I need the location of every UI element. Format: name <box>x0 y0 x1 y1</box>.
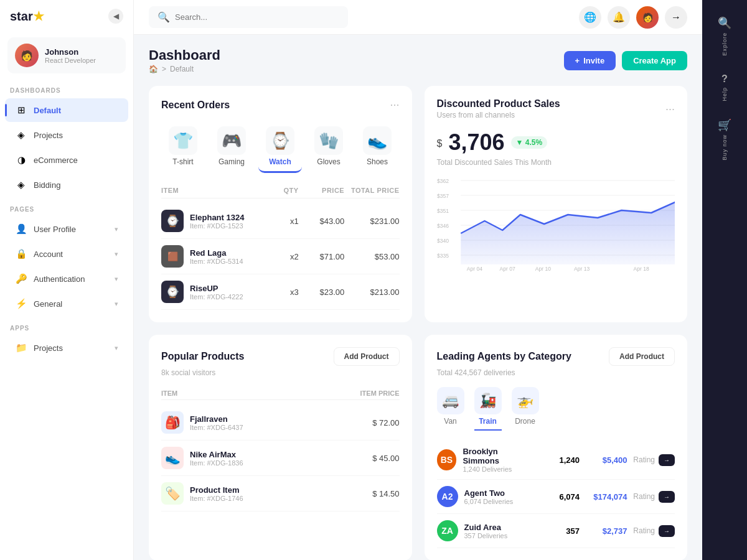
order-image: ⌚ <box>161 210 184 232</box>
user-role: React Developer <box>45 57 96 64</box>
category-tab-watch[interactable]: ⌚ Watch <box>258 121 302 173</box>
watch-icon: ⌚ <box>266 126 294 155</box>
products-title: Popular Products <box>161 351 244 362</box>
order-price: $23.00 <box>299 287 345 297</box>
auth-icon: 🔑 <box>15 273 27 285</box>
panel-item-explore[interactable]: 🔍 Explore <box>702 10 747 62</box>
sidebar-item-account[interactable]: 🔒 Account ▾ <box>5 242 128 266</box>
sales-label: Total Discounted Sales This Month <box>437 158 675 167</box>
category-tabs: 👕 T-shirt 🎮 Gaming ⌚ Watch 🧤 Gloves <box>161 121 400 173</box>
agent-avatar: ZA <box>437 520 458 541</box>
sales-subtitle: Users from all channels <box>437 111 560 119</box>
sidebar-logo: star★ ◀ <box>0 0 133 32</box>
orders-table: ITEM QTY PRICE TOTAL PRICE ⌚ Elephant 13… <box>161 183 400 310</box>
rating-button[interactable]: → <box>659 525 675 537</box>
user-card[interactable]: 🧑 Johnson React Developer <box>7 37 126 73</box>
sidebar-item-bidding[interactable]: ◈ Bidding <box>5 173 128 197</box>
svg-text:$340: $340 <box>437 238 449 244</box>
section-apps: APPS <box>0 316 133 335</box>
cat-label: Shoes <box>367 157 388 166</box>
avatar: 🧑 <box>15 44 39 67</box>
filter-label: Drone <box>515 417 535 426</box>
sidebar-item-projects-app[interactable]: 📁 Projects ▾ <box>5 336 128 360</box>
topbar-right: 🌐 🔔 🧑 → <box>579 6 687 29</box>
category-tab-tshirt[interactable]: 👕 T-shirt <box>161 121 205 173</box>
filter-tab-train[interactable]: 🚂 Train <box>474 387 502 431</box>
product-name: Nike AirMax <box>190 450 243 459</box>
create-app-button[interactable]: Create App <box>622 51 687 70</box>
order-total: $53.00 <box>344 252 399 261</box>
order-item: ⌚ RiseUP Item: #XDG-4222 <box>161 281 253 303</box>
sidebar-item-ecommerce[interactable]: ◑ eCommerce <box>5 148 128 172</box>
invite-button[interactable]: + Invite <box>564 51 616 70</box>
header-actions: + Invite Create App <box>564 51 687 70</box>
search-box[interactable]: 🔍 <box>149 6 348 28</box>
category-tab-gaming[interactable]: 🎮 Gaming <box>210 121 253 173</box>
rating-button[interactable]: → <box>659 491 675 503</box>
cards-row: Recent Orders ··· 👕 T-shirt 🎮 Gaming ⌚ <box>149 86 687 322</box>
search-input[interactable] <box>175 12 339 22</box>
sales-badge: ▼ 4.5% <box>511 136 548 149</box>
agents-header: Leading Agents by Category Add Product <box>437 347 675 366</box>
svg-text:Apr 18: Apr 18 <box>633 266 649 272</box>
panel-item-help[interactable]: ? Help <box>702 67 747 108</box>
panel-item-buy[interactable]: 🛒 Buy now <box>702 112 747 167</box>
product-item: 🏷️ Product Item Item: #XDG-1746 <box>161 482 320 505</box>
sidebar-item-projects[interactable]: ◈ Projects <box>5 123 128 147</box>
svg-text:Apr 04: Apr 04 <box>466 266 482 272</box>
projects-icon: ◈ <box>15 129 27 141</box>
sidebar-item-default[interactable]: ⊞ Default <box>5 98 128 122</box>
agent-rating: Rating → <box>627 525 675 537</box>
filter-tab-drone[interactable]: 🚁 Drone <box>512 387 539 431</box>
order-total: $231.00 <box>344 217 399 226</box>
topbar-notification-icon[interactable]: 🔔 <box>608 6 630 29</box>
topbar-avatar[interactable]: 🧑 <box>636 6 659 29</box>
topbar-globe-icon[interactable]: 🌐 <box>579 6 601 29</box>
product-details: Fjallraven Item: #XDG-6437 <box>190 414 243 431</box>
agent-name: Brooklyn Simmons <box>463 447 532 465</box>
topbar-arrow-icon[interactable]: → <box>665 6 687 29</box>
svg-text:Apr 13: Apr 13 <box>573 266 589 272</box>
col-item: ITEM <box>161 390 320 397</box>
popular-products-card: Popular Products Add Product 8k social v… <box>149 335 412 560</box>
order-item: ⌚ Elephant 1324 Item: #XDG-1523 <box>161 210 253 232</box>
filter-tab-van[interactable]: 🚐 Van <box>437 387 464 431</box>
sales-title: Discounted Product Sales <box>437 98 560 110</box>
category-tab-gloves[interactable]: 🧤 Gloves <box>307 121 350 173</box>
bidding-icon: ◈ <box>15 179 27 191</box>
svg-text:Apr 10: Apr 10 <box>535 266 550 272</box>
product-image: 🎒 <box>161 411 184 434</box>
agent-deliveries-count: 6,074 <box>532 492 580 502</box>
table-row: ⌚ RiseUP Item: #XDG-4222 x3 $23.00 $213.… <box>161 274 400 310</box>
product-details: Product Item Item: #XDG-1746 <box>190 485 243 502</box>
product-table-head: ITEM ITEM PRICE <box>161 387 400 400</box>
sidebar-item-label: Account <box>34 250 63 259</box>
sidebar-item-label: Bidding <box>34 180 60 190</box>
breadcrumb-sep: > <box>162 65 166 73</box>
breadcrumb-current: Default <box>170 65 194 73</box>
add-product-button-agents[interactable]: Add Product <box>609 347 675 366</box>
agent-avatar: A2 <box>437 486 458 507</box>
sidebar-item-general[interactable]: ⚡ General ▾ <box>5 292 128 315</box>
add-product-button[interactable]: Add Product <box>334 347 400 366</box>
category-tab-shoes[interactable]: 👟 Shoes <box>355 121 399 173</box>
chevron-down-icon: ▾ <box>115 275 118 283</box>
rating-button[interactable]: → <box>659 454 675 466</box>
sidebar-item-user-profile[interactable]: 👤 User Profile ▾ <box>5 217 128 241</box>
agent-avatar: BS <box>437 449 457 470</box>
product-price: $ 45.00 <box>320 454 400 463</box>
invite-label: Invite <box>583 56 604 65</box>
order-id: Item: #XDG-5314 <box>190 258 243 265</box>
sales-number: 3,706 <box>448 129 504 156</box>
search-icon: 🔍 <box>157 11 170 23</box>
card-menu-icon[interactable]: ··· <box>390 98 399 111</box>
gloves-icon: 🧤 <box>314 126 343 155</box>
card-menu-icon[interactable]: ··· <box>665 103 675 116</box>
agent-deliveries-count: 357 <box>532 526 580 536</box>
train-icon: 🚂 <box>474 387 502 414</box>
collapse-button[interactable]: ◀ <box>108 9 123 24</box>
user-info: Johnson React Developer <box>45 47 96 64</box>
chevron-down-icon: ▾ <box>115 344 118 352</box>
sidebar-item-authentication[interactable]: 🔑 Authentication ▾ <box>5 267 128 291</box>
shoes-icon: 👟 <box>363 126 392 155</box>
